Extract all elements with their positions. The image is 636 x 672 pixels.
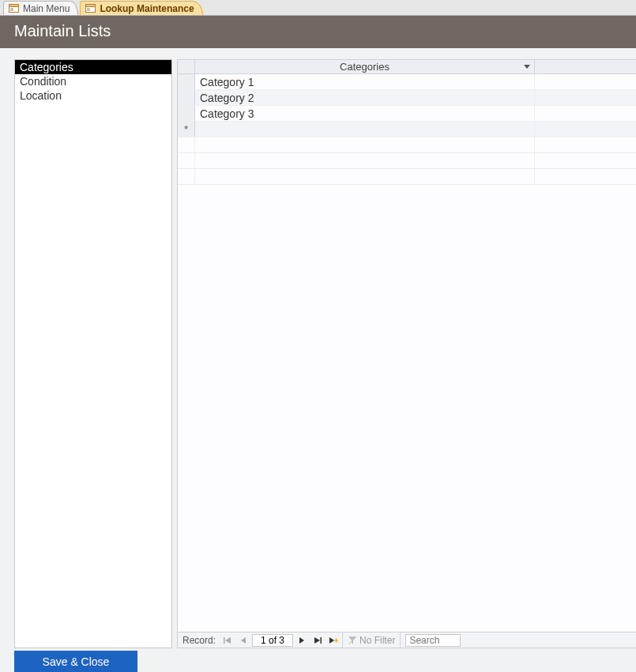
save-close-button[interactable]: Save & Close [14,651,137,672]
empty-row [178,137,636,153]
page-title: Maintain Lists [0,16,636,48]
cell-blank [535,90,636,105]
svg-rect-1 [9,5,19,7]
last-record-button[interactable] [310,634,325,647]
svg-marker-12 [299,637,304,644]
select-all-rows[interactable] [178,60,195,73]
next-record-button[interactable] [295,634,309,647]
record-navigator: Record: No Filte [177,633,636,648]
sidebar-item-label: Categories [20,61,73,73]
table-row[interactable]: Category 3 [178,106,636,122]
tab-lookup-maintenance[interactable]: Lookup Maintenance [80,1,202,15]
column-header-blank [535,60,636,73]
cell-category[interactable]: Category 2 [195,90,535,105]
svg-rect-14 [321,637,322,644]
form-icon [85,4,96,13]
table-row[interactable]: Category 1 [178,74,636,90]
filter-label: No Filter [359,635,395,646]
column-header-label: Categories [340,61,390,73]
cell-category[interactable]: Category 3 [195,106,535,121]
datasheet: Categories Category 1 [177,59,636,633]
empty-row [178,169,636,185]
svg-marker-15 [329,637,334,644]
svg-marker-11 [241,637,246,644]
svg-rect-9 [224,637,225,644]
sidebar-item-label: Location [20,89,62,102]
cell-blank [535,74,636,89]
filter-indicator[interactable]: No Filter [342,633,401,648]
content-area: Categories Condition Location Categories [0,48,636,672]
filter-icon [348,636,357,645]
cell-category[interactable] [195,122,535,137]
svg-marker-10 [225,637,231,644]
form-icon [9,4,19,13]
sidebar-item-label: Condition [20,75,66,88]
column-header-categories[interactable]: Categories [195,60,535,73]
datasheet-header: Categories [178,60,636,74]
sidebar-item-location[interactable]: Location [15,88,171,103]
tab-main-menu[interactable]: Main Menu [3,1,78,15]
new-record-row[interactable]: * [178,122,636,137]
tab-strip: Main Menu Lookup Maintenance [0,0,636,16]
tab-label: Main Menu [23,3,70,14]
svg-marker-8 [524,65,530,69]
column-dropdown-icon[interactable] [523,63,531,71]
cell-blank [535,106,636,121]
table-row[interactable]: Category 2 [178,90,636,106]
first-record-button[interactable] [220,634,235,647]
prev-record-button[interactable] [236,634,250,647]
row-selector[interactable] [178,74,195,89]
sidebar-item-condition[interactable]: Condition [15,74,171,88]
record-position-input[interactable] [252,634,293,647]
tab-label: Lookup Maintenance [100,3,194,14]
svg-marker-13 [314,637,320,644]
new-record-button[interactable] [326,634,341,647]
svg-rect-5 [86,5,96,7]
cell-blank [535,122,636,137]
datasheet-container: Categories Category 1 [177,59,636,648]
new-record-marker[interactable]: * [178,122,195,137]
sidebar-item-categories[interactable]: Categories [15,60,171,74]
search-input[interactable] [405,634,461,647]
row-selector[interactable] [178,90,195,105]
record-label: Record: [181,635,219,646]
row-selector[interactable] [178,106,195,121]
list-selector: Categories Condition Location [14,59,172,648]
empty-row [178,153,636,169]
cell-category[interactable]: Category 1 [195,74,535,89]
datasheet-body: Category 1 Category 2 Category 3 [178,74,636,632]
